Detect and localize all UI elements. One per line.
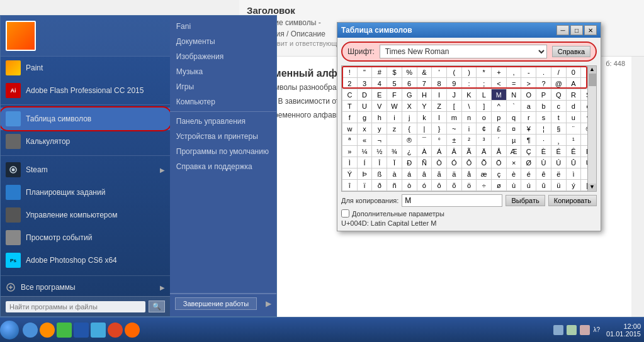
char-cell[interactable]: ê [536, 168, 551, 180]
char-cell[interactable]: ² [462, 135, 477, 146]
char-cell[interactable]: ¯ [417, 135, 432, 146]
char-cell[interactable]: ã [432, 168, 447, 180]
char-cell[interactable]: V [372, 101, 387, 112]
taskbar-firefox-icon[interactable] [125, 323, 140, 338]
char-cell[interactable]: ë [551, 168, 567, 180]
char-cell[interactable]: õ [447, 180, 462, 191]
right-item-images[interactable]: Изображения [170, 49, 276, 64]
char-cell[interactable]: ­ [387, 135, 402, 146]
char-cell[interactable]: N [507, 89, 522, 101]
char-cell[interactable]: 8 [432, 78, 447, 89]
search-input[interactable] [6, 301, 145, 312]
char-cell[interactable]: i [387, 112, 402, 123]
char-cell[interactable]: æ [477, 168, 492, 180]
char-cell[interactable]: Ø [521, 157, 536, 168]
char-cell[interactable]: ; [477, 78, 492, 89]
char-cell[interactable]: « [358, 135, 373, 146]
char-cell[interactable]: # [372, 67, 387, 78]
grid-scrollbar[interactable]: ▲ ▼ [587, 66, 596, 191]
menu-item-adobe-mgr[interactable]: A Adobe Application Manager [1, 272, 170, 273]
char-cell[interactable]: ³ [477, 135, 492, 146]
char-cell[interactable]: Â [447, 146, 462, 157]
char-cell[interactable]: O [521, 89, 536, 101]
char-cell[interactable]: ñ [387, 180, 402, 191]
char-cell[interactable]: Å [492, 146, 507, 157]
char-cell[interactable]: Y [417, 101, 432, 112]
char-cell[interactable]: é [521, 168, 536, 180]
char-cell[interactable]: Þ [358, 168, 373, 180]
char-cell[interactable]: k [417, 112, 432, 123]
char-cell[interactable]: Æ [507, 146, 522, 157]
char-cell[interactable]: 4 [372, 78, 387, 89]
menu-item-calc[interactable]: Калькулятор [1, 130, 170, 153]
start-orb[interactable] [0, 321, 19, 339]
char-cell[interactable]: » [342, 146, 358, 157]
char-cell[interactable]: z [387, 123, 402, 135]
char-cell[interactable]: Ì [342, 157, 358, 168]
char-cell[interactable]: î [342, 180, 358, 191]
char-cell[interactable]: p [492, 112, 507, 123]
char-cell[interactable]: ( [447, 67, 462, 78]
char-cell[interactable]: * [477, 67, 492, 78]
char-cell[interactable]: E [372, 89, 387, 101]
scrollbar-thumb[interactable] [589, 74, 596, 86]
char-cell[interactable]: ¿ [402, 146, 417, 157]
right-item-computer[interactable]: Компьютер [170, 94, 276, 109]
char-cell[interactable]: m [447, 112, 462, 123]
char-cell[interactable]: ç [492, 168, 507, 180]
char-cell[interactable]: 2 [342, 78, 358, 89]
char-cell[interactable]: Á [432, 146, 447, 157]
char-cell[interactable]: ® [402, 135, 417, 146]
copy-input[interactable] [402, 194, 502, 207]
char-cell[interactable]: K [462, 89, 477, 101]
char-cell[interactable]: Ñ [417, 157, 432, 168]
shutdown-arrow-icon[interactable]: ▶ [266, 299, 271, 308]
char-cell[interactable]: f [342, 112, 358, 123]
char-cell[interactable]: ¦ [536, 123, 551, 135]
right-item-documents[interactable]: Документы [170, 34, 276, 49]
char-cell[interactable]: C [342, 89, 358, 101]
char-cell[interactable]: ø [492, 180, 507, 191]
char-cell[interactable]: ú [521, 180, 536, 191]
char-cell[interactable]: T [342, 101, 358, 112]
char-cell[interactable]: | [417, 123, 432, 135]
char-cell[interactable]: X [402, 101, 417, 112]
char-cell[interactable]: = [507, 78, 522, 89]
char-cell[interactable]: ± [447, 135, 462, 146]
char-cell[interactable]: ? [536, 78, 551, 89]
char-cell[interactable]: Ä [477, 146, 492, 157]
char-cell[interactable]: Ú [551, 157, 567, 168]
char-cell[interactable]: 5 [387, 78, 402, 89]
taskbar-play-icon[interactable] [91, 323, 106, 338]
char-cell[interactable]: Ô [462, 157, 477, 168]
char-cell[interactable]: i [462, 123, 477, 135]
char-cell[interactable]: 3 [358, 78, 373, 89]
select-button[interactable]: Выбрать [506, 195, 545, 206]
char-cell[interactable]: ü [551, 180, 567, 191]
char-cell[interactable]: D [358, 89, 373, 101]
char-cell[interactable]: ~ [447, 123, 462, 135]
char-cell[interactable]: ó [417, 180, 432, 191]
char-cell[interactable]: Z [432, 101, 447, 112]
char-cell[interactable]: ' [432, 67, 447, 78]
char-cell[interactable]: á [402, 168, 417, 180]
char-cell[interactable]: J [447, 89, 462, 101]
char-cell[interactable]: c [551, 101, 567, 112]
char-cell[interactable]: P [536, 89, 551, 101]
char-cell[interactable]: % [402, 67, 417, 78]
char-cell[interactable]: & [417, 67, 432, 78]
tray-icon-3[interactable] [580, 325, 590, 335]
menu-item-computer[interactable]: Управление компьютером [1, 204, 170, 226]
char-cell[interactable]: F [387, 89, 402, 101]
tray-item-lambda[interactable]: λ? [593, 326, 600, 333]
char-cell[interactable]: G [402, 89, 417, 101]
menu-item-flash[interactable]: Ai Adobe Flash Professional CC 2015 [1, 79, 170, 102]
char-cell[interactable]: . [536, 67, 551, 78]
char-cell[interactable]: 7 [417, 78, 432, 89]
shutdown-button[interactable]: Завершение работы [175, 297, 257, 310]
char-cell[interactable]: y [372, 123, 387, 135]
char-cell[interactable]: d [567, 101, 582, 112]
char-cell[interactable]: ¬ [372, 135, 387, 146]
char-cell[interactable]: Ð [402, 157, 417, 168]
char-cell[interactable]: ¥ [521, 123, 536, 135]
